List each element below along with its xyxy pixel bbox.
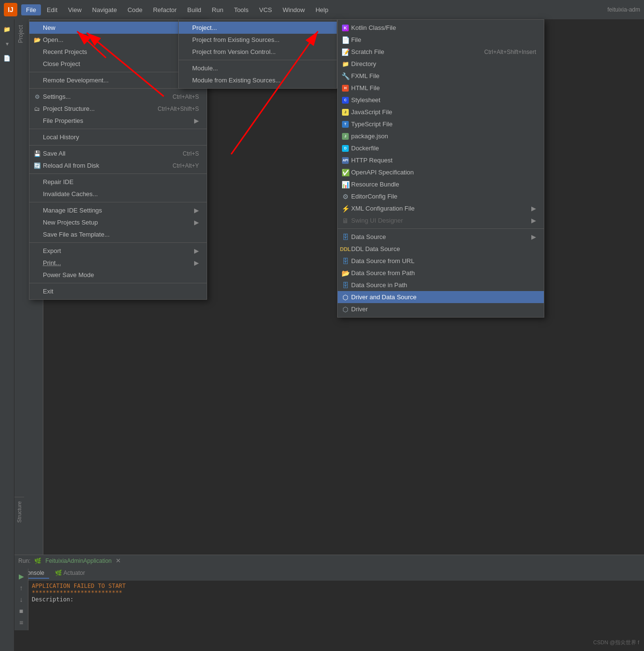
run-close-button[interactable]: ✕ — [116, 557, 121, 564]
directory-icon: 📁 — [342, 60, 349, 68]
menu-run[interactable]: Run — [207, 4, 228, 15]
project-tab-label[interactable]: Project — [14, 19, 27, 49]
menu-build[interactable]: Build — [183, 4, 206, 15]
new-right-http-label: HTTP Request — [351, 157, 393, 164]
menu-item-save-template[interactable]: Save File as Template... — [29, 228, 207, 240]
new-right-typescript[interactable]: T TypeScript File — [338, 118, 544, 130]
kotlin-icon: K — [342, 24, 349, 32]
menu-help[interactable]: Help — [311, 4, 333, 15]
new-right-file[interactable]: 📄 File — [338, 34, 544, 46]
menu-item-exit-label: Exit — [43, 288, 53, 295]
new-right-fxml[interactable]: 🔧 FXML File — [338, 70, 544, 82]
menu-navigate[interactable]: Navigate — [87, 4, 121, 15]
new-right-stylesheet[interactable]: C Stylesheet — [338, 94, 544, 106]
data-source-url-icon: 🗄 — [342, 257, 349, 265]
menu-item-save-all[interactable]: 💾 Save All Ctrl+S — [29, 147, 207, 159]
new-right-xml-config-label: XML Configuration File — [351, 205, 415, 212]
menu-item-save-template-label: Save File as Template... — [43, 231, 110, 238]
run-tabs: Console 🌿 Actuator — [14, 566, 644, 581]
menu-refactor[interactable]: Refactor — [148, 4, 182, 15]
resource-bundle-icon: 📊 — [342, 181, 349, 188]
menu-view[interactable]: View — [63, 4, 86, 15]
menu-file[interactable]: File — [21, 4, 41, 15]
save-all-shortcut: Ctrl+S — [183, 150, 199, 157]
menu-item-local-history[interactable]: Local History — [29, 131, 207, 143]
menu-item-exit[interactable]: Exit — [29, 285, 207, 297]
new-submenu-project[interactable]: Project... — [179, 22, 337, 34]
menu-item-invalidate-caches[interactable]: Invalidate Caches... — [29, 188, 207, 200]
menu-window[interactable]: Window — [278, 4, 310, 15]
new-right-packagejson[interactable]: J package.json — [338, 130, 544, 142]
new-right-scratch[interactable]: 📝 Scratch File Ctrl+Alt+Shift+Insert — [338, 46, 544, 58]
run-down-button[interactable]: ↓ — [16, 595, 26, 604]
project-existing-icon — [183, 36, 190, 44]
run-up-button[interactable]: ↑ — [16, 583, 26, 593]
new-submenu-module[interactable]: Module... — [179, 62, 337, 74]
save-template-icon — [33, 231, 41, 239]
data-source-path-icon: 📂 — [342, 269, 349, 277]
menu-item-export[interactable]: Export ▶ — [29, 245, 207, 257]
menu-item-print[interactable]: Print... ▶ — [29, 257, 207, 269]
openapi-icon: ✅ — [342, 169, 349, 176]
new-submenu-module-existing[interactable]: Module from Existing Sources... — [179, 74, 337, 86]
left-sidebar: 📁 ▾ 📄 — [0, 19, 14, 651]
file-icon: 📄 — [342, 36, 349, 44]
menu-code[interactable]: Code — [123, 4, 147, 15]
menu-tools[interactable]: Tools — [229, 4, 253, 15]
new-right-data-source[interactable]: 🗄 Data Source ▶ — [338, 231, 544, 243]
new-right-kotlin-label: Kotlin Class/File — [351, 24, 396, 31]
file-props-icon — [33, 117, 41, 125]
menu-item-project-structure[interactable]: 🗂 Project Structure... Ctrl+Alt+Shift+S — [29, 103, 207, 115]
run-controls: ▶ ↑ ↓ ■ ≡ — [14, 569, 28, 630]
print-expand-icon: ▶ — [194, 259, 199, 266]
new-right-dockerfile-label: Dockerfile — [351, 145, 379, 152]
new-right-ddl-data-source[interactable]: DDL DDL Data Source — [338, 243, 544, 255]
new-right-stylesheet-label: Stylesheet — [351, 96, 381, 104]
new-right-kotlin[interactable]: K Kotlin Class/File — [338, 22, 544, 34]
menu-item-reload[interactable]: 🔄 Reload All from Disk Ctrl+Alt+Y — [29, 159, 207, 172]
new-right-javascript-label: JavaScript File — [351, 108, 392, 116]
run-content-line2: ************************** — [32, 589, 640, 596]
new-submenu-project-vcs[interactable]: Project from Version Control... — [179, 46, 337, 58]
new-right-http-request[interactable]: API HTTP Request — [338, 154, 544, 166]
run-header: Run: 🌿 FeituixiaAdminApplication ✕ — [14, 555, 644, 566]
menu-item-manage-ide[interactable]: Manage IDE Settings ▶ — [29, 204, 207, 216]
menu-vcs[interactable]: VCS — [254, 4, 277, 15]
new-right-data-source-url[interactable]: 🗄 Data Source from URL — [338, 255, 544, 267]
new-right-dockerfile[interactable]: D Dockerfile — [338, 142, 544, 154]
close-project-icon — [33, 60, 41, 68]
new-submenu-project-label: Project... — [192, 24, 217, 31]
sidebar-project-icon[interactable]: 📁 — [2, 24, 13, 35]
sidebar-file-icon[interactable]: 📄 — [2, 53, 13, 64]
menu-item-power-save[interactable]: Power Save Mode — [29, 269, 207, 281]
new-right-data-source-in-path[interactable]: 🗄 Data Source in Path — [338, 279, 544, 291]
menu-item-file-properties[interactable]: File Properties ▶ — [29, 115, 207, 127]
new-right-directory[interactable]: 📁 Directory — [338, 58, 544, 70]
new-right-data-source-path[interactable]: 📂 Data Source from Path — [338, 267, 544, 279]
new-right-submenu: K Kotlin Class/File 📄 File 📝 Scratch Fil… — [337, 19, 544, 318]
menu-item-recent-label: Recent Projects — [43, 48, 87, 55]
menu-item-repair-ide[interactable]: Repair IDE — [29, 176, 207, 188]
new-submenu-project-existing[interactable]: Project from Existing Sources... — [179, 34, 337, 46]
menu-item-new-projects-setup[interactable]: New Projects Setup ▶ — [29, 216, 207, 228]
new-right-driver[interactable]: ⬡ Driver — [338, 303, 544, 315]
run-stop-button[interactable]: ■ — [16, 606, 26, 616]
new-right-javascript[interactable]: J JavaScript File — [338, 106, 544, 118]
new-right-openapi[interactable]: ✅ OpenAPI Specification — [338, 166, 544, 178]
new-right-html[interactable]: H HTML File — [338, 82, 544, 94]
new-right-editorconfig[interactable]: ⚙ EditorConfig File — [338, 190, 544, 202]
menu-item-settings[interactable]: ⚙ Settings... Ctrl+Alt+S — [29, 91, 207, 103]
run-tab-actuator[interactable]: 🌿 Actuator — [50, 568, 90, 579]
menu-edit[interactable]: Edit — [42, 4, 62, 15]
print-icon — [33, 259, 41, 267]
menu-item-new-projects-setup-label: New Projects Setup — [43, 219, 98, 226]
sidebar-chevron-icon[interactable]: ▾ — [2, 39, 13, 49]
run-list-button[interactable]: ≡ — [16, 618, 26, 627]
new-right-driver-and-data-source[interactable]: ⬡ Driver and Data Source — [338, 291, 544, 303]
run-play-button[interactable]: ▶ — [16, 571, 26, 581]
data-source-in-path-icon: 🗄 — [342, 281, 349, 289]
swing-icon: 🖥 — [342, 217, 349, 225]
new-right-xml-config[interactable]: ⚡ XML Configuration File ▶ — [338, 202, 544, 214]
app-logo: IJ — [4, 3, 17, 16]
new-right-resource-bundle[interactable]: 📊 Resource Bundle — [338, 178, 544, 190]
